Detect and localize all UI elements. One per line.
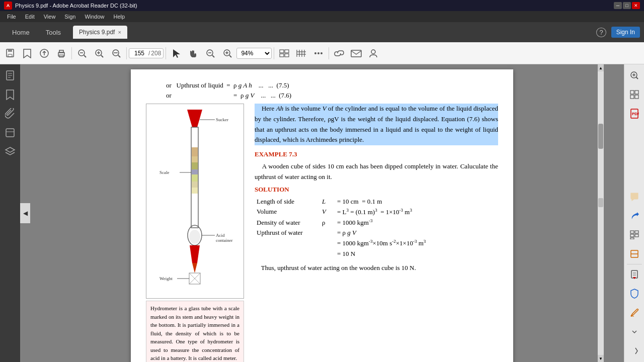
user-button[interactable] <box>365 45 381 61</box>
hand-tool-button[interactable] <box>185 45 201 61</box>
scroll-up-arrow[interactable]: ▲ <box>598 64 604 71</box>
density-var: ρ <box>320 217 335 228</box>
rp-divider <box>627 264 642 264</box>
close-button[interactable]: ✕ <box>632 2 640 9</box>
rp-highlight[interactable] <box>625 265 643 284</box>
signin-button[interactable]: Sign In <box>611 27 640 38</box>
zoom-in-small-button[interactable] <box>219 45 235 61</box>
archimedes-paragraph: Here Ah is the volume V of the cylinder … <box>255 104 498 145</box>
tools-nav[interactable]: Tools <box>38 26 69 39</box>
menu-file[interactable]: File <box>3 13 20 21</box>
menu-sign[interactable]: Sign <box>60 13 79 21</box>
svg-rect-5 <box>59 50 63 53</box>
home-nav[interactable]: Home <box>4 26 38 39</box>
scroll-down-arrow[interactable]: ▼ <box>598 355 604 362</box>
print-button[interactable] <box>53 45 69 61</box>
tab-label: Physics 9.pdf <box>79 29 115 36</box>
menu-window[interactable]: Window <box>80 13 108 21</box>
help-button[interactable]: ? <box>591 27 611 38</box>
rp-comment[interactable] <box>625 188 643 206</box>
svg-rect-52 <box>192 169 198 174</box>
svg-text:Weight: Weight <box>159 276 173 281</box>
hydrometer-description: Hydrometer is a glass tube with a scale … <box>146 301 244 362</box>
mail-button[interactable] <box>348 45 364 61</box>
sidebar-layers-btn[interactable] <box>1 143 19 161</box>
svg-rect-49 <box>192 147 198 156</box>
sidebar-attachment-btn[interactable] <box>1 105 19 123</box>
total-pages: 208 <box>151 50 161 57</box>
prev-page-arrow[interactable]: ◀ <box>20 203 30 223</box>
main-content: ◀ or Upthrust of liquid = ρ g A h ... ..… <box>0 64 644 362</box>
svg-point-59 <box>189 230 200 244</box>
toolbar: / 208 94% 100% 75% 50% <box>0 42 644 64</box>
scrollbar-track[interactable]: ▲ ▼ <box>598 64 604 362</box>
svg-rect-53 <box>192 174 198 182</box>
zoom-out-button[interactable] <box>74 45 90 61</box>
rp-expand[interactable] <box>625 342 643 360</box>
upload-button[interactable] <box>36 45 52 61</box>
svg-rect-87 <box>631 270 637 278</box>
svg-text:Sucker: Sucker <box>216 117 228 122</box>
maximize-button[interactable]: □ <box>623 2 631 9</box>
diagram-box: Sucker <box>146 104 244 299</box>
volume-val: = L3 = (0.1 m)3 = 1×10-3 m3 <box>335 207 498 217</box>
density-label: Density of water <box>255 217 320 228</box>
rp-scroll-down[interactable] <box>625 323 643 341</box>
sidebar-tag-btn[interactable] <box>1 124 19 142</box>
bookmark-button[interactable] <box>19 45 35 61</box>
length-label: Length of side <box>255 197 320 207</box>
svg-rect-74 <box>630 90 634 94</box>
rp-scan[interactable] <box>625 245 643 263</box>
link-button[interactable] <box>331 45 347 61</box>
rp-pen[interactable] <box>625 304 643 322</box>
select-tool-button[interactable] <box>168 45 184 61</box>
more-tools-button[interactable] <box>310 45 327 61</box>
main-section: Sucker <box>146 104 498 362</box>
upthrust-eq2: = 1000 kgm-3×10m s-2×1×10-3 m3 <box>335 238 498 248</box>
svg-rect-77 <box>635 95 638 99</box>
svg-rect-27 <box>285 54 289 57</box>
solution-table: Length of side L = 10 cm = 0.1 m Volume … <box>255 197 498 259</box>
rp-shield[interactable] <box>625 285 643 303</box>
svg-rect-26 <box>280 54 284 57</box>
svg-marker-63 <box>190 245 200 263</box>
example-text: A wooden cube of sides 10 cm each has be… <box>255 161 498 183</box>
svg-rect-37 <box>351 50 361 57</box>
grid-button[interactable] <box>293 45 309 61</box>
app-icon: A <box>4 2 12 10</box>
svg-line-9 <box>84 55 86 57</box>
page-input[interactable] <box>131 50 147 57</box>
menu-edit[interactable]: Edit <box>21 13 39 21</box>
window-title: Physics 9.pdf - Adobe Acrobat Reader DC … <box>15 3 611 9</box>
svg-line-73 <box>636 77 638 79</box>
menu-help[interactable]: Help <box>110 13 129 21</box>
text-column: Here Ah is the volume V of the cylinder … <box>255 104 498 362</box>
svg-rect-54 <box>192 182 198 188</box>
rp-share[interactable] <box>625 207 643 225</box>
save-button[interactable] <box>2 45 18 61</box>
menu-view[interactable]: View <box>40 13 60 21</box>
scrollbar-thumb[interactable] <box>598 124 603 149</box>
svg-rect-83 <box>635 234 638 237</box>
rp-zoom-in[interactable] <box>625 66 643 84</box>
sidebar-bookmark-btn[interactable] <box>1 85 19 104</box>
active-tab[interactable]: Physics 9.pdf × <box>73 26 127 39</box>
svg-text:container: container <box>216 238 232 243</box>
svg-line-23 <box>229 55 231 57</box>
formula-line-1: or Upthrust of liquid = ρ g A h ... ... … <box>146 81 498 89</box>
minimize-button[interactable]: ─ <box>614 2 622 9</box>
view-mode-button[interactable] <box>276 45 292 61</box>
rp-thumbnail[interactable] <box>625 85 643 104</box>
zoom-out-small-button[interactable] <box>202 45 218 61</box>
page-navigation[interactable]: / 208 <box>129 48 164 58</box>
zoom-in-button[interactable] <box>108 45 124 61</box>
volume-var: V <box>320 207 335 217</box>
solution-row-upthrust2: = 1000 kgm-3×10m s-2×1×10-3 m3 <box>255 238 498 248</box>
sidebar-page-btn[interactable] <box>1 66 19 84</box>
fit-page-button[interactable] <box>91 45 107 61</box>
rp-export[interactable]: PDF <box>625 105 643 123</box>
rp-organize[interactable] <box>625 226 643 244</box>
conclusion-text: Thus, upthrust of water acting on the wo… <box>255 263 498 274</box>
zoom-select[interactable]: 94% 100% 75% 50% <box>236 48 272 59</box>
tab-close-button[interactable]: × <box>118 29 121 35</box>
